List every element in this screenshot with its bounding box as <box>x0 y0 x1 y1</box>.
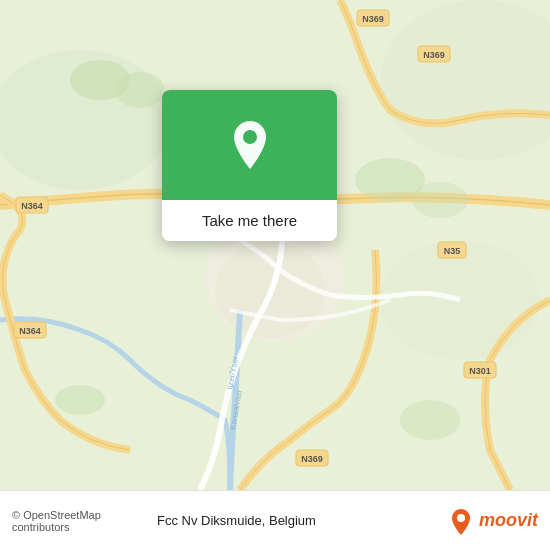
location-popup: Take me there <box>162 90 337 241</box>
moovit-logo: moovit <box>447 507 538 535</box>
location-pin-icon <box>228 119 272 171</box>
moovit-brand-text: moovit <box>479 510 538 531</box>
svg-text:N369: N369 <box>301 454 323 464</box>
svg-text:N364: N364 <box>21 201 43 211</box>
take-me-there-button[interactable]: Take me there <box>162 200 337 241</box>
svg-text:N301: N301 <box>469 366 491 376</box>
svg-text:N369: N369 <box>362 14 384 24</box>
popup-header <box>162 90 337 200</box>
svg-text:N369: N369 <box>423 50 445 60</box>
footer: © OpenStreetMap contributors Fcc Nv Diks… <box>0 490 550 550</box>
location-title: Fcc Nv Diksmuide, Belgium <box>157 513 447 528</box>
svg-text:N35: N35 <box>444 246 461 256</box>
svg-point-28 <box>55 385 105 415</box>
svg-point-31 <box>457 514 465 522</box>
svg-point-27 <box>412 182 468 218</box>
svg-point-25 <box>115 72 165 108</box>
svg-point-30 <box>243 130 257 144</box>
map-container: N35 N35 N369 N369 N369 N364 N364 N301 <box>0 0 550 490</box>
svg-text:N364: N364 <box>19 326 41 336</box>
copyright-text: © OpenStreetMap contributors <box>12 509 157 533</box>
moovit-logo-icon <box>447 507 475 535</box>
svg-point-29 <box>400 400 460 440</box>
